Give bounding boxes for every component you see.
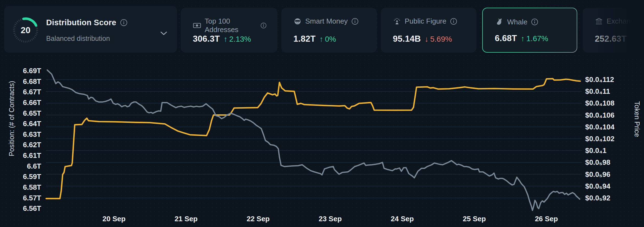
axis-tick-label: $0.0₄102	[585, 134, 640, 143]
axis-tick-label: 6.59T	[0, 172, 41, 181]
axis-tick-label: 6.66T	[0, 98, 41, 107]
axis-tick-label: $0.0₅96	[585, 170, 640, 179]
axis-tick-label: $0.0₄104	[585, 123, 640, 131]
axis-tick-label: $0.0₅94	[585, 182, 640, 191]
axis-tick-label: $0.0₅98	[585, 158, 640, 167]
axis-tick-label: 23 Sep	[308, 214, 352, 223]
axis-tick-label: 6.67T	[0, 87, 41, 96]
axis-tick-label: $0.0₄108	[585, 99, 640, 107]
dual-axis-line-chart[interactable]	[0, 0, 644, 227]
axis-tick-label: 6.65T	[0, 109, 41, 118]
axis-tick-label: 25 Sep	[453, 214, 496, 223]
axis-tick-label: 6.63T	[0, 130, 41, 139]
axis-tick-label: 6.64T	[0, 119, 41, 128]
axis-tick-label: 26 Sep	[524, 214, 568, 223]
series-token-price[interactable]	[47, 70, 580, 210]
axis-tick-label: 6.68T	[0, 77, 41, 86]
axis-tick-label: $0.0₄112	[585, 75, 640, 84]
axis-tick-label: $0.0₄11	[585, 87, 640, 96]
axis-tick-label: 6.6T	[0, 162, 41, 171]
axis-tick-label: $0.0₄1	[585, 146, 640, 155]
axis-tick-label: 20 Sep	[92, 214, 136, 223]
axis-tick-label: 22 Sep	[236, 214, 280, 223]
axis-tick-label: 6.56T	[0, 204, 41, 213]
axis-tick-label: 21 Sep	[164, 214, 208, 223]
axis-tick-label: 6.58T	[0, 183, 41, 192]
axis-tick-label: $0.0₅92	[585, 194, 640, 202]
axis-tick-label: $0.0₄106	[585, 111, 640, 120]
axis-tick-label: 6.61T	[0, 151, 41, 160]
axis-tick-label: 6.62T	[0, 140, 41, 149]
axis-tick-label: 6.57T	[0, 194, 41, 202]
axis-tick-label: 24 Sep	[380, 214, 424, 223]
axis-tick-label: 6.69T	[0, 66, 41, 75]
